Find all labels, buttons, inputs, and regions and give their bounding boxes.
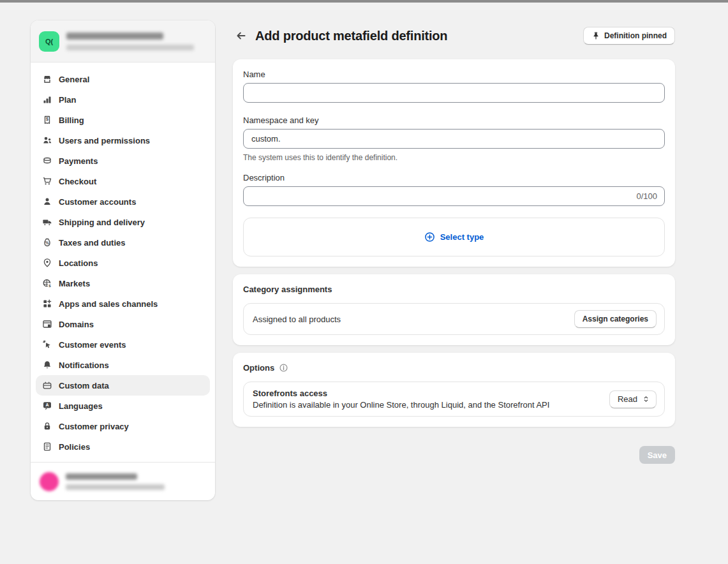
sidebar-item-markets[interactable]: $Markets bbox=[36, 273, 210, 293]
sidebar-item-general[interactable]: General bbox=[36, 69, 210, 89]
sidebar-item-label: Plan bbox=[59, 95, 76, 105]
sidebar-item-locations[interactable]: Locations bbox=[36, 253, 210, 273]
store-icon bbox=[42, 74, 52, 84]
sidebar-item-label: Checkout bbox=[59, 177, 96, 186]
svg-text:%: % bbox=[45, 241, 49, 245]
person-icon bbox=[42, 197, 52, 207]
sidebar-item-users-and-permissions[interactable]: Users and permissions bbox=[36, 130, 210, 151]
sidebar-item-label: Customer events bbox=[59, 340, 126, 350]
sidebar-item-label: Apps and sales channels bbox=[59, 299, 158, 309]
svg-text:$: $ bbox=[46, 117, 48, 122]
store-url-redacted bbox=[66, 45, 194, 50]
sidebar-item-label: Markets bbox=[59, 279, 90, 288]
definition-form-card: Name Namespace and key The system uses t… bbox=[233, 59, 675, 267]
truck-icon bbox=[42, 217, 52, 227]
bell-icon bbox=[42, 360, 52, 370]
description-input[interactable] bbox=[243, 186, 665, 206]
pin-icon bbox=[591, 31, 600, 40]
plus-circle-icon bbox=[424, 232, 435, 242]
custom-data-icon bbox=[42, 380, 52, 390]
storefronts-access-select-value: Read bbox=[618, 394, 637, 404]
back-button[interactable] bbox=[233, 27, 249, 44]
namespace-key-help: The system uses this to identify the def… bbox=[243, 153, 665, 162]
sidebar-item-customer-accounts[interactable]: Customer accounts bbox=[36, 191, 210, 212]
store-avatar: Q( bbox=[39, 31, 59, 52]
storefronts-access-title: Storefronts access bbox=[253, 389, 549, 398]
sidebar-item-label: Domains bbox=[59, 320, 94, 329]
top-window-strip bbox=[0, 0, 728, 3]
main-content: Add product metafield definition Definit… bbox=[233, 27, 675, 464]
arrow-left-icon bbox=[235, 30, 247, 41]
save-button[interactable]: Save bbox=[639, 446, 675, 464]
sidebar-item-notifications[interactable]: Notifications bbox=[36, 355, 210, 375]
assign-categories-label: Assign categories bbox=[583, 315, 648, 323]
namespace-key-input[interactable] bbox=[243, 129, 665, 149]
select-type-button[interactable]: Select type bbox=[243, 218, 665, 256]
category-status-text: Assigned to all products bbox=[253, 315, 341, 324]
user-email-redacted bbox=[66, 484, 165, 490]
sidebar-item-languages[interactable]: ALanguages bbox=[36, 396, 210, 416]
description-label: Description bbox=[243, 173, 665, 182]
tax-bag-icon: % bbox=[42, 237, 52, 248]
sidebar-item-custom-data[interactable]: Custom data bbox=[36, 375, 210, 396]
updown-chevrons-icon bbox=[642, 395, 650, 403]
storefronts-access-row: Storefronts access Definition is availab… bbox=[243, 382, 665, 417]
translate-icon: A bbox=[42, 401, 52, 411]
sidebar-item-customer-events[interactable]: Customer events bbox=[36, 334, 210, 355]
sidebar-item-customer-privacy[interactable]: Customer privacy bbox=[36, 416, 210, 436]
store-header[interactable]: Q( bbox=[31, 20, 215, 63]
sidebar-item-label: Billing bbox=[59, 115, 84, 125]
settings-sidebar: Q( GeneralPlan$BillingUsers and permissi… bbox=[31, 20, 215, 500]
name-label: Name bbox=[243, 70, 665, 79]
sidebar-item-policies[interactable]: Policies bbox=[36, 436, 210, 457]
sidebar-nav: GeneralPlan$BillingUsers and permissions… bbox=[31, 63, 215, 462]
options-title: Options bbox=[243, 363, 274, 373]
category-assignments-card: Category assignments Assigned to all pro… bbox=[233, 274, 675, 345]
lock-icon bbox=[42, 421, 52, 431]
page-header: Add product metafield definition Definit… bbox=[233, 27, 675, 45]
sidebar-item-shipping-and-delivery[interactable]: Shipping and delivery bbox=[36, 212, 210, 232]
sidebar-item-label: Payments bbox=[59, 156, 98, 166]
store-name-redacted bbox=[66, 33, 163, 40]
storefronts-access-description: Definition is available in your Online S… bbox=[253, 400, 549, 410]
sidebar-item-apps-and-sales-channels[interactable]: Apps and sales channels bbox=[36, 293, 210, 314]
sidebar-item-label: Taxes and duties bbox=[59, 238, 126, 248]
sidebar-item-plan[interactable]: Plan bbox=[36, 89, 210, 110]
location-pin-icon bbox=[42, 258, 52, 268]
options-card: Options Storefronts access Definition is… bbox=[233, 353, 675, 427]
select-type-label: Select type bbox=[440, 232, 484, 242]
plan-chart-icon bbox=[42, 94, 52, 105]
storefronts-access-text: Storefronts access Definition is availab… bbox=[253, 389, 549, 410]
payments-icon bbox=[42, 156, 52, 166]
sidebar-user-footer[interactable] bbox=[31, 462, 215, 500]
users-icon bbox=[42, 135, 52, 145]
assign-categories-button[interactable]: Assign categories bbox=[574, 310, 657, 328]
page-title: Add product metafield definition bbox=[255, 29, 447, 43]
save-row: Save bbox=[233, 446, 675, 464]
category-assignments-row: Assigned to all products Assign categori… bbox=[243, 303, 665, 335]
namespace-key-label: Namespace and key bbox=[243, 115, 665, 125]
info-icon[interactable] bbox=[279, 363, 288, 373]
sidebar-item-label: General bbox=[59, 75, 89, 84]
sidebar-item-domains[interactable]: Domains bbox=[36, 314, 210, 334]
user-name-redacted bbox=[66, 473, 137, 480]
svg-text:A: A bbox=[45, 403, 48, 407]
sidebar-item-billing[interactable]: $Billing bbox=[36, 110, 210, 130]
policies-doc-icon bbox=[42, 442, 52, 452]
name-input[interactable] bbox=[243, 83, 665, 103]
sidebar-item-payments[interactable]: Payments bbox=[36, 151, 210, 171]
sidebar-item-checkout[interactable]: Checkout bbox=[36, 171, 210, 191]
storefronts-access-select[interactable]: Read bbox=[609, 390, 657, 408]
sidebar-item-taxes-and-duties[interactable]: %Taxes and duties bbox=[36, 232, 210, 253]
definition-pinned-button[interactable]: Definition pinned bbox=[583, 27, 675, 45]
sidebar-item-label: Users and permissions bbox=[59, 136, 150, 145]
sidebar-item-label: Policies bbox=[59, 442, 90, 452]
user-meta bbox=[66, 473, 165, 490]
apps-grid-icon bbox=[42, 299, 52, 309]
cursor-click-icon bbox=[42, 339, 52, 350]
store-meta bbox=[66, 33, 194, 50]
cart-icon bbox=[42, 176, 52, 186]
sidebar-item-label: Custom data bbox=[59, 381, 109, 390]
user-avatar bbox=[40, 472, 59, 491]
markets-globe-icon: $ bbox=[42, 278, 52, 288]
